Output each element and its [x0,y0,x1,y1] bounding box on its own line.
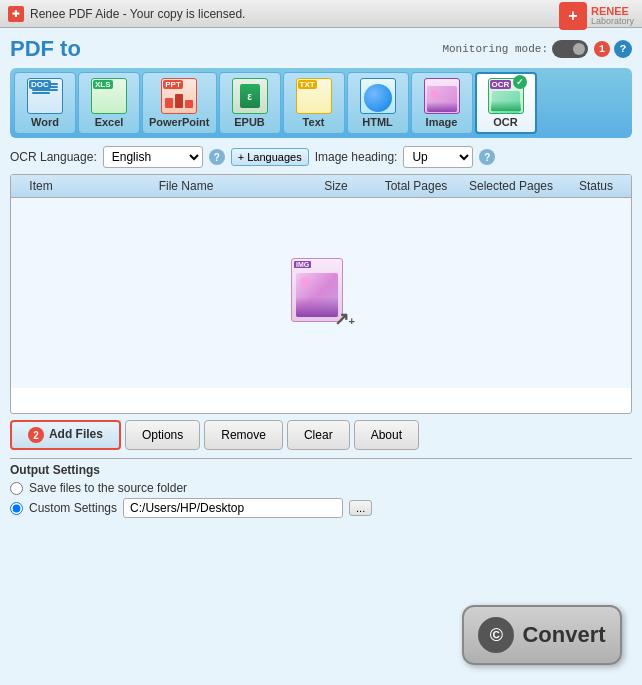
epub-tab-icon: ε [232,78,268,114]
save-source-row: Save files to the source folder [10,481,632,495]
html-tab-label: HTML [362,116,393,128]
app-window: ✚ Renee PDF Aide - Your copy is licensed… [0,0,642,685]
epub-tab-label: EPUB [234,116,265,128]
monitoring-label: Monitoring mode: [442,43,548,55]
tab-ocr[interactable]: OCR ✓ OCR [475,72,537,134]
tab-excel[interactable]: XLS Excel [78,72,140,134]
pdf-to-label: PDF to [10,36,81,62]
file-table-header: Item File Name Size Total Pages Selected… [11,175,631,198]
drop-hint: IMG ↗+ [291,258,351,328]
column-item: Item [11,179,71,193]
add-files-button[interactable]: 2 Add Files [10,420,121,450]
file-table-container: Item File Name Size Total Pages Selected… [10,174,632,414]
browse-button[interactable]: ... [349,500,372,516]
output-settings: Output Settings Save files to the source… [10,463,632,518]
divider [10,458,632,459]
image-tab-icon [424,78,460,114]
excel-tab-icon: XLS [91,78,127,114]
image-heading-label: Image heading: [315,150,398,164]
monitoring-area: Monitoring mode: 1 ? [442,40,632,58]
file-table-body: IMG ↗+ [11,198,631,388]
about-button[interactable]: About [354,420,419,450]
tab-epub[interactable]: ε EPUB [219,72,281,134]
add-files-badge: 2 [28,427,44,443]
bottom-buttons: 2 Add Files Options Remove Clear About [10,420,632,450]
tab-powerpoint[interactable]: PPT PowerPoint [142,72,217,134]
logo-area: + RENEE Laboratory [559,2,634,30]
remove-button[interactable]: Remove [204,420,283,450]
html-tab-icon [360,78,396,114]
tab-text[interactable]: TXT Text [283,72,345,134]
excel-tab-label: Excel [95,116,124,128]
header-area: PDF to Monitoring mode: 1 ? [10,36,632,62]
clear-button[interactable]: Clear [287,420,350,450]
title-bar-text: Renee PDF Aide - Your copy is licensed. [30,7,245,21]
custom-settings-radio[interactable] [10,502,23,515]
ocr-controls: OCR Language: English ? + Languages Imag… [10,146,632,168]
ocr-language-select[interactable]: English [103,146,203,168]
cursor-plus-icon: ↗+ [334,308,355,330]
word-tab-label: Word [31,116,59,128]
monitoring-toggle[interactable] [552,40,588,58]
main-content: PDF to Monitoring mode: 1 ? DOC [0,28,642,532]
save-source-label: Save files to the source folder [29,481,187,495]
text-tab-icon: TXT [296,78,332,114]
ocr-check-badge: ✓ [513,75,527,89]
ocr-language-label: OCR Language: [10,150,97,164]
title-bar: ✚ Renee PDF Aide - Your copy is licensed… [0,0,642,28]
output-path-input[interactable] [123,498,343,518]
ppt-tab-icon: PPT [161,78,197,114]
column-totalpages: Total Pages [371,179,461,193]
column-status: Status [561,179,631,193]
tab-image[interactable]: Image [411,72,473,134]
logo-plus-icon: + [559,2,587,30]
output-settings-title: Output Settings [10,463,632,477]
ocr-tab-icon: OCR ✓ [488,78,524,114]
ocr-tab-label: OCR [493,116,517,128]
save-source-radio[interactable] [10,482,23,495]
column-filename: File Name [71,179,301,193]
convert-button[interactable]: © Convert [462,605,622,665]
heading-help-icon[interactable]: ? [479,149,495,165]
convert-icon: © [478,617,514,653]
image-tab-label: Image [426,116,458,128]
options-button[interactable]: Options [125,420,200,450]
app-icon: ✚ [8,6,24,22]
format-tabs: DOC Word XLS [10,68,632,138]
language-help-icon[interactable]: ? [209,149,225,165]
tab-word[interactable]: DOC Word [14,72,76,134]
add-languages-button[interactable]: + Languages [231,148,309,166]
image-heading-select[interactable]: Up [403,146,473,168]
convert-label: Convert [522,622,605,648]
column-size: Size [301,179,371,193]
drop-icon: IMG ↗+ [291,258,351,328]
ppt-tab-label: PowerPoint [149,116,210,128]
custom-settings-label: Custom Settings [29,501,117,515]
monitoring-help-icon[interactable]: ? [614,40,632,58]
text-tab-label: Text [303,116,325,128]
logo-text: RENEE Laboratory [591,5,634,27]
custom-settings-row: Custom Settings ... [10,498,632,518]
tab-html[interactable]: HTML [347,72,409,134]
column-selectedpages: Selected Pages [461,179,561,193]
word-tab-icon: DOC [27,78,63,114]
monitoring-badge: 1 [594,41,610,57]
